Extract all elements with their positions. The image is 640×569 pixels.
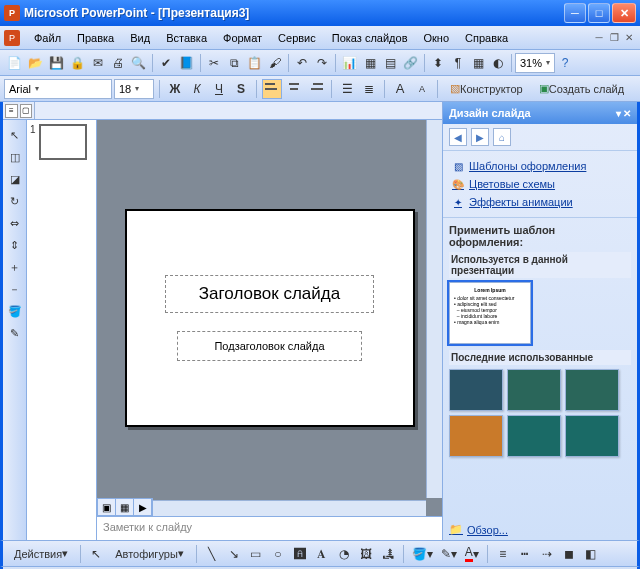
template-recent-3[interactable] xyxy=(565,369,619,411)
picture-tool[interactable]: 🏞 xyxy=(378,544,398,564)
menu-view[interactable]: Вид xyxy=(122,30,158,46)
permission-button[interactable]: 🔒 xyxy=(67,53,88,73)
align-left-button[interactable] xyxy=(262,79,282,99)
line-color-tool[interactable]: ✎ xyxy=(5,324,25,342)
numbering-button[interactable]: ☰ xyxy=(337,79,357,99)
arrow-line-tool[interactable]: ↘ xyxy=(224,544,244,564)
normal-view-button[interactable]: ▣ xyxy=(98,499,116,515)
template-recent-5[interactable] xyxy=(507,415,561,457)
line-color-tool-2[interactable]: ✎▾ xyxy=(438,544,460,564)
align-center-button[interactable] xyxy=(284,79,304,99)
menu-insert[interactable]: Вставка xyxy=(158,30,215,46)
menu-window[interactable]: Окно xyxy=(416,30,458,46)
spelling-button[interactable]: ✔ xyxy=(156,53,176,73)
slide-thumbnail-1[interactable] xyxy=(39,124,87,160)
bold-button[interactable]: Ж xyxy=(165,79,185,99)
fill-color-tool[interactable]: 🪣▾ xyxy=(409,544,436,564)
mdi-close[interactable]: ✕ xyxy=(622,31,636,45)
paste-button[interactable]: 📋 xyxy=(244,53,265,73)
insert-hyperlink-button[interactable]: 🔗 xyxy=(400,53,421,73)
copy-button[interactable]: ⧉ xyxy=(224,53,244,73)
bucket-tool[interactable]: 🪣 xyxy=(5,302,25,320)
menu-slideshow[interactable]: Показ слайдов xyxy=(324,30,416,46)
arrow-style-tool[interactable]: ⇢ xyxy=(537,544,557,564)
print-button[interactable]: 🖨 xyxy=(108,53,128,73)
redo-button[interactable]: ↷ xyxy=(312,53,332,73)
slide[interactable]: Заголовок слайда Подзаголовок слайда xyxy=(125,209,415,427)
horizontal-scrollbar[interactable] xyxy=(153,500,426,516)
line-style-tool[interactable]: ≡ xyxy=(493,544,513,564)
template-recent-1[interactable] xyxy=(449,369,503,411)
close-button[interactable]: ✕ xyxy=(612,3,636,23)
textbox-tool[interactable]: 🅰 xyxy=(290,544,310,564)
menu-help[interactable]: Справка xyxy=(457,30,516,46)
sorter-view-button[interactable]: ▦ xyxy=(116,499,134,515)
taskpane-forward-icon[interactable]: ▶ xyxy=(471,128,489,146)
color-grayscale-button[interactable]: ◐ xyxy=(488,53,508,73)
zoom-dropdown[interactable]: 31%▾ xyxy=(515,53,555,73)
menu-edit[interactable]: Правка xyxy=(69,30,122,46)
increase-font-button[interactable]: A xyxy=(390,79,410,99)
actions-menu[interactable]: Действия ▾ xyxy=(7,544,75,564)
group-tool[interactable]: ◫ xyxy=(5,148,25,166)
templates-link[interactable]: ▧Шаблоны оформления xyxy=(451,157,629,175)
decrease-font-button[interactable]: A xyxy=(412,79,432,99)
taskpane-dropdown-icon[interactable]: ▾ xyxy=(616,108,621,119)
system-menu-icon[interactable]: P xyxy=(4,30,20,46)
slide-canvas[interactable]: Заголовок слайда Подзаголовок слайда xyxy=(97,120,442,516)
select-tool[interactable]: ↖ xyxy=(86,544,106,564)
menu-file[interactable]: Файл xyxy=(26,30,69,46)
color-schemes-link[interactable]: 🎨Цветовые схемы xyxy=(451,175,629,193)
shadow-button[interactable]: S xyxy=(231,79,251,99)
template-recent-2[interactable] xyxy=(507,369,561,411)
rectangle-tool[interactable]: ▭ xyxy=(246,544,266,564)
vertical-scrollbar[interactable] xyxy=(426,120,442,498)
arrow-tool[interactable]: ↖ xyxy=(5,126,25,144)
3d-style-tool[interactable]: ◧ xyxy=(581,544,601,564)
new-button[interactable]: 📄 xyxy=(4,53,25,73)
help-button[interactable]: ? xyxy=(555,53,575,73)
notes-pane[interactable]: Заметки к слайду xyxy=(97,516,442,540)
insert-chart-button[interactable]: 📊 xyxy=(339,53,360,73)
slides-tab[interactable]: ▢ xyxy=(20,104,33,118)
shadow-style-tool[interactable]: ◼ xyxy=(559,544,579,564)
taskpane-back-icon[interactable]: ◀ xyxy=(449,128,467,146)
insert-table-button[interactable]: ▦ xyxy=(360,53,380,73)
taskpane-home-icon[interactable]: ⌂ xyxy=(493,128,511,146)
font-dropdown[interactable]: Arial▾ xyxy=(4,79,112,99)
font-color-tool[interactable]: A▾ xyxy=(462,544,482,564)
show-formatting-button[interactable]: ¶ xyxy=(448,53,468,73)
outline-tab[interactable]: ≡ xyxy=(5,104,18,118)
subtitle-placeholder[interactable]: Подзаголовок слайда xyxy=(177,331,362,361)
designer-button[interactable]: ▧ Конструктор xyxy=(443,79,530,99)
tables-borders-button[interactable]: ▤ xyxy=(380,53,400,73)
align-right-button[interactable] xyxy=(306,79,326,99)
open-button[interactable]: 📂 xyxy=(25,53,46,73)
maximize-button[interactable]: □ xyxy=(588,3,610,23)
template-recent-4[interactable] xyxy=(449,415,503,457)
new-slide-button[interactable]: ▣ Создать слайд xyxy=(532,79,631,99)
plus-tool[interactable]: ＋ xyxy=(5,258,25,276)
template-current[interactable]: Lorem Ipsum • dolor sit amet consectetur… xyxy=(449,282,531,344)
wordart-tool[interactable]: 𝐀 xyxy=(312,544,332,564)
menu-service[interactable]: Сервис xyxy=(270,30,324,46)
email-button[interactable]: ✉ xyxy=(88,53,108,73)
diagram-tool[interactable]: ◔ xyxy=(334,544,354,564)
clipart-tool[interactable]: 🖼 xyxy=(356,544,376,564)
undo-button[interactable]: ↶ xyxy=(292,53,312,73)
show-grid-button[interactable]: ▦ xyxy=(468,53,488,73)
slideshow-view-button[interactable]: ▶ xyxy=(134,499,152,515)
dash-style-tool[interactable]: ┅ xyxy=(515,544,535,564)
preview-button[interactable]: 🔍 xyxy=(128,53,149,73)
mdi-restore[interactable]: ❐ xyxy=(607,31,621,45)
browse-link[interactable]: 📁Обзор... xyxy=(443,519,637,540)
cut-button[interactable]: ✂ xyxy=(204,53,224,73)
expand-all-button[interactable]: ⬍ xyxy=(428,53,448,73)
taskpane-close-icon[interactable]: ✕ xyxy=(623,108,631,119)
oval-tool[interactable]: ○ xyxy=(268,544,288,564)
template-recent-6[interactable] xyxy=(565,415,619,457)
rotate-tool[interactable]: ↻ xyxy=(5,192,25,210)
underline-button[interactable]: Ч xyxy=(209,79,229,99)
font-size-dropdown[interactable]: 18▾ xyxy=(114,79,154,99)
title-placeholder[interactable]: Заголовок слайда xyxy=(165,275,374,313)
